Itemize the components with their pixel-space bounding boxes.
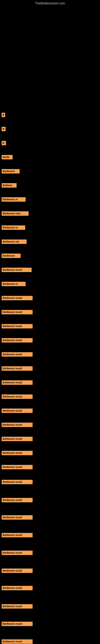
bottleneck-bar-14: Bottleneck result [1, 310, 33, 314]
bottleneck-bar-23: Bottleneck result [1, 437, 33, 441]
bottleneck-bar-8: Bottleneck re [1, 226, 25, 230]
bottleneck-bar-13: Bottleneck result [1, 296, 33, 300]
bars-container: BBBBottleBottleneckBottleneBottleneck re… [0, 6, 100, 644]
bottleneck-bar-29: Bottleneck result [1, 533, 33, 537]
bottleneck-bar-18: Bottleneck result [1, 366, 33, 371]
bottleneck-bar-20: Bottleneck result [1, 394, 33, 399]
bottleneck-bar-15: Bottleneck result [1, 324, 33, 328]
bottleneck-bar-3: Bottle [1, 155, 13, 160]
page-content: TheBottlenecker.com BBBBottleBottleneckB… [0, 0, 100, 644]
bottleneck-bar-35: Bottleneck result [1, 639, 33, 644]
bottleneck-bar-1: B [1, 127, 6, 131]
bottleneck-bar-11: Bottleneck result [1, 268, 32, 272]
bottleneck-bar-12: Bottleneck re [1, 282, 26, 286]
bottleneck-bar-28: Bottleneck result [1, 515, 33, 520]
bottleneck-bar-25: Bottleneck result [1, 465, 33, 469]
bottleneck-bar-26: Bottleneck result [1, 480, 33, 484]
bottleneck-bar-0: B [1, 113, 5, 117]
bottleneck-bar-16: Bottleneck result [1, 338, 33, 342]
bottleneck-bar-32: Bottleneck result [1, 586, 33, 590]
bottleneck-bar-17: Bottleneck result [1, 352, 33, 356]
bottleneck-bar-6: Bottleneck re [1, 197, 26, 202]
bottleneck-bar-9: Bottleneck res [1, 240, 27, 244]
bottleneck-bar-2: B [1, 141, 6, 145]
bottleneck-bar-22: Bottleneck result [1, 422, 33, 427]
bottleneck-bar-27: Bottleneck result [1, 498, 33, 502]
bottleneck-bar-34: Bottleneck result [1, 622, 33, 626]
bottleneck-bar-5: Bottlene [1, 183, 17, 188]
bottleneck-bar-7: Bottleneck resu [1, 211, 29, 216]
bottleneck-bar-19: Bottleneck result [1, 380, 33, 385]
bottleneck-bar-33: Bottleneck result [1, 604, 33, 608]
bottleneck-bar-10: Bottleneck [1, 254, 21, 258]
bottleneck-bar-24: Bottleneck result [1, 451, 33, 455]
bottleneck-bar-4: Bottleneck [1, 169, 20, 174]
bottleneck-bar-31: Bottleneck result [1, 568, 33, 573]
bottleneck-bar-30: Bottleneck result [1, 550, 33, 555]
site-title: TheBottlenecker.com [0, 0, 100, 6]
bottleneck-bar-21: Bottleneck result [1, 408, 33, 413]
